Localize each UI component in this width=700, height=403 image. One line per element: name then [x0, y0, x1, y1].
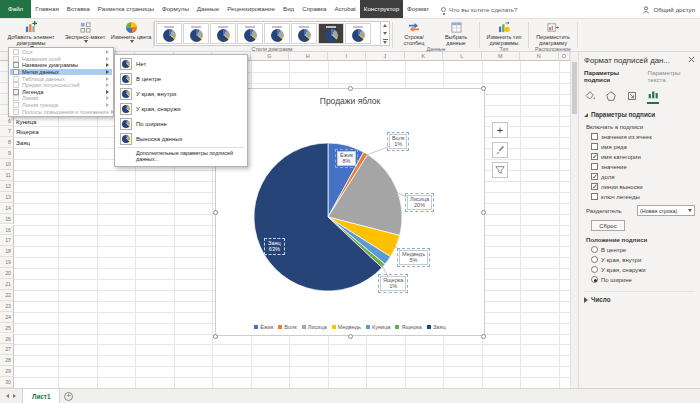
share-button[interactable]: Общий доступ [642, 0, 695, 19]
row-header-17[interactable]: 17 [0, 235, 14, 246]
submenu-item[interactable]: У края, внутри [116, 86, 246, 101]
quick-layout-button[interactable]: Экспресс-макет [62, 20, 108, 46]
column-header-G[interactable]: G [251, 52, 290, 61]
row-header-8[interactable]: 8 [0, 137, 14, 148]
chart-filters-button[interactable] [492, 162, 508, 178]
data-label-Ёжик[interactable]: Ёжик8% [337, 151, 356, 166]
column-header-M[interactable]: M [482, 52, 521, 61]
ribbon-tab-Главная[interactable]: Главная [31, 0, 63, 18]
sheet-tab[interactable]: Лист1 [22, 389, 60, 403]
row-header-11[interactable]: 11 [0, 170, 14, 181]
add-chart-element-button[interactable]: Добавить элемент диаграммы [2, 20, 60, 46]
submenu-item[interactable]: В центре [116, 71, 246, 86]
pie-chart[interactable] [216, 89, 486, 337]
vertical-scrollbar[interactable] [570, 52, 578, 388]
chart-style-thumbnail[interactable] [345, 23, 371, 44]
close-pane-button[interactable] [688, 56, 695, 65]
change-colors-button[interactable]: Изменить цвета [110, 20, 152, 46]
column-header-K[interactable]: K [405, 52, 444, 61]
row-header-12[interactable]: 12 [0, 181, 14, 192]
chart-style-thumbnail[interactable] [264, 23, 290, 44]
row-header-30[interactable]: 30 [0, 377, 14, 388]
ribbon-tab-Вставка[interactable]: Вставка [63, 0, 94, 18]
effects-icon[interactable] [605, 90, 617, 104]
cell-A6[interactable]: Куница [16, 118, 37, 125]
column-header-J[interactable]: J [366, 52, 405, 61]
resize-handle[interactable] [481, 86, 486, 91]
chart-style-thumbnail[interactable] [156, 23, 182, 44]
resize-handle[interactable] [348, 86, 353, 91]
separator-dropdown[interactable]: (Новая строка) [637, 205, 695, 216]
gallery-down-button[interactable] [381, 30, 389, 38]
resize-handle[interactable] [348, 334, 353, 339]
prev-sheet-icon[interactable] [6, 394, 9, 398]
radio-В центре[interactable]: В центре [591, 246, 695, 253]
radio-У края, внутри[interactable]: У края, внутри [591, 256, 695, 263]
checkbox-линии выноски[interactable]: линии выноски [591, 183, 695, 190]
row-header-23[interactable]: 23 [0, 301, 14, 312]
label-options-icon[interactable] [647, 88, 659, 104]
row-header-24[interactable]: 24 [0, 312, 14, 323]
fill-line-icon[interactable] [584, 90, 596, 104]
cell-A8[interactable]: Заяц [16, 139, 30, 146]
next-sheet-icon[interactable] [13, 394, 16, 398]
move-chart-button[interactable]: Переместить диаграмму [530, 20, 576, 46]
submenu-item[interactable]: У края, снаружи [116, 101, 246, 116]
more-data-label-options-item[interactable]: Дополнительные параметры подписей данных… [116, 149, 246, 165]
column-header-I[interactable]: I [328, 52, 367, 61]
row-header-29[interactable]: 29 [0, 366, 14, 377]
ribbon-tab-Формат[interactable]: Формат [403, 0, 433, 18]
checkbox-значения из ячеек[interactable]: значения из ячеек [591, 133, 695, 140]
change-chart-type-button[interactable]: Изменить тип диаграммы [482, 20, 526, 46]
data-label-Лисица[interactable]: Лисица20% [407, 195, 432, 210]
section-label-options[interactable]: Параметры подписи [584, 111, 695, 118]
row-header-20[interactable]: 20 [0, 268, 14, 279]
ribbon-tab-Разметка страницы[interactable]: Разметка страницы [94, 0, 158, 18]
checkbox-ключ легенды[interactable]: ключ легенды [591, 193, 695, 200]
row-header-22[interactable]: 22 [0, 290, 14, 301]
size-properties-icon[interactable] [626, 90, 638, 104]
row-header-13[interactable]: 13 [0, 192, 14, 203]
row-header-16[interactable]: 16 [0, 225, 14, 236]
ribbon-tab-Конструктор[interactable]: Конструктор [360, 0, 403, 18]
row-header-15[interactable]: 15 [0, 214, 14, 225]
row-header-27[interactable]: 27 [0, 344, 14, 355]
column-header-H[interactable]: H [289, 52, 328, 61]
chart-object[interactable]: Продажи яблок Ёжик8%Волк1%Лисица20%Медве… [215, 88, 485, 336]
reset-label-text-button[interactable]: Сброс [591, 220, 625, 231]
checkbox-значение[interactable]: значение [591, 163, 695, 170]
section-number[interactable]: Число [584, 291, 695, 303]
resize-handle[interactable] [213, 334, 218, 339]
ribbon-tab-Acrobat[interactable]: Acrobat [330, 0, 359, 18]
column-header-L[interactable]: L [443, 52, 482, 61]
ribbon-tab-Рецензирование[interactable]: Рецензирование [223, 0, 279, 18]
column-header-O[interactable]: O [559, 52, 571, 61]
menu-item[interactable]: Метки данных [10, 69, 112, 76]
data-label-Заяц[interactable]: Заяц63% [266, 240, 283, 253]
menu-item[interactable]: Легенда [10, 89, 112, 96]
data-label-Ящерка[interactable]: Ящерка1% [380, 276, 406, 291]
row-header-14[interactable]: 14 [0, 203, 14, 214]
radio-У края, снаружи[interactable]: У края, снаружи [591, 266, 695, 273]
data-label-Волк[interactable]: Волк1% [389, 134, 407, 149]
chart-legend[interactable]: ЁжикВолкЛисицаМедведьКуницаЯщеркаЗаяц [216, 324, 484, 330]
chart-style-thumbnail[interactable] [237, 23, 263, 44]
menu-item[interactable]: Название диаграммы [10, 62, 112, 69]
gallery-more-button[interactable] [381, 37, 389, 45]
resize-handle[interactable] [213, 210, 218, 215]
chart-elements-button[interactable] [492, 122, 508, 138]
ribbon-tab-Файл[interactable]: Файл [0, 0, 31, 18]
row-header-25[interactable]: 25 [0, 323, 14, 334]
chart-style-thumbnail[interactable] [318, 23, 344, 44]
row-header-28[interactable]: 28 [0, 355, 14, 366]
resize-handle[interactable] [481, 334, 486, 339]
row-header-7[interactable]: 7 [0, 126, 14, 137]
gallery-up-button[interactable] [381, 22, 389, 30]
submenu-item[interactable]: Нет [116, 56, 246, 71]
resize-handle[interactable] [481, 210, 486, 215]
row-header-26[interactable]: 26 [0, 334, 14, 345]
row-header-10[interactable]: 10 [0, 159, 14, 170]
ribbon-tab-Вид[interactable]: Вид [279, 0, 298, 18]
pane-tab-label-options[interactable]: Параметры подписи [584, 69, 641, 83]
pane-tab-text-options[interactable]: Параметры текста [648, 69, 696, 83]
